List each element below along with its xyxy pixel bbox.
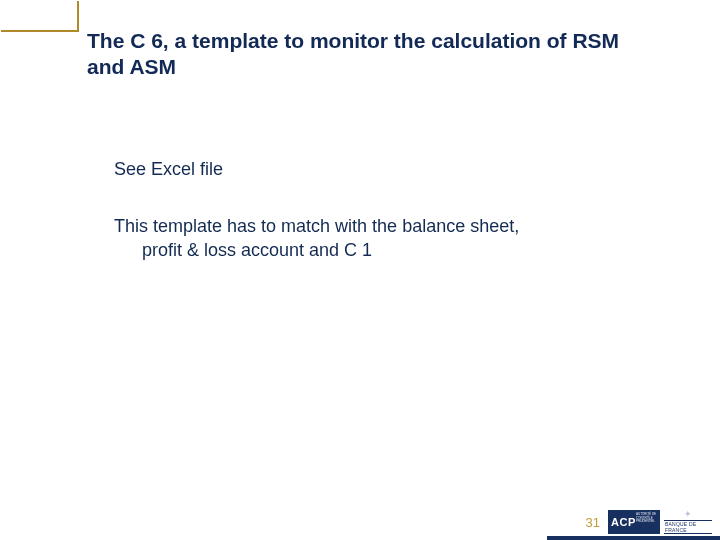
logo-banque-de-france: ✦ BANQUE DE FRANCE <box>664 510 712 534</box>
body-paragraph-2: This template has to match with the bala… <box>114 215 634 262</box>
title-rule-vertical <box>77 1 79 31</box>
body-p2-line2: profit & loss account and C 1 <box>114 239 634 262</box>
title-rule-horizontal <box>1 30 79 32</box>
footer-accent-bar <box>0 536 720 540</box>
page-number: 31 <box>586 515 600 530</box>
logo-acp-subtitle: AUTORITÉ DE CONTRÔLE PRUDENTIEL <box>636 513 658 524</box>
logo-acp-text: ACP <box>611 516 636 528</box>
logo-bdf-mark-icon: ✦ <box>684 510 692 519</box>
slide-title: The C 6, a template to monitor the calcu… <box>87 28 642 81</box>
logo-acp: ACP AUTORITÉ DE CONTRÔLE PRUDENTIEL <box>608 510 660 534</box>
slide-body: See Excel file This template has to matc… <box>114 158 634 296</box>
logo-bdf-text: BANQUE DE FRANCE <box>664 520 712 534</box>
body-paragraph-1: See Excel file <box>114 158 634 181</box>
body-p2-line1: This template has to match with the bala… <box>114 216 519 236</box>
slide: The C 6, a template to monitor the calcu… <box>0 0 720 540</box>
slide-footer: 31 ACP AUTORITÉ DE CONTRÔLE PRUDENTIEL ✦… <box>0 506 720 540</box>
